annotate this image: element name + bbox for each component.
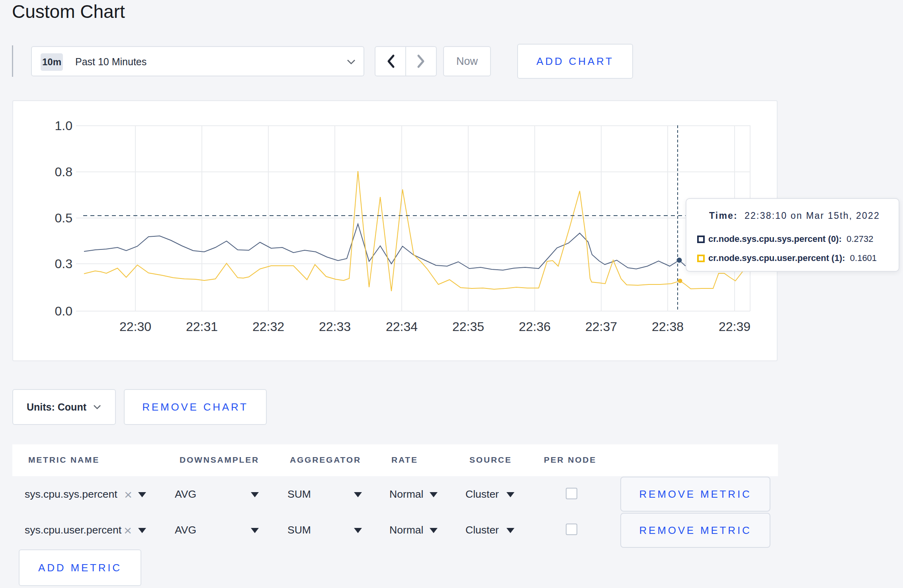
svg-text:0.8: 0.8	[55, 165, 72, 179]
svg-text:0.0: 0.0	[55, 304, 72, 318]
svg-text:22:36: 22:36	[519, 319, 551, 334]
svg-text:22:32: 22:32	[252, 319, 284, 334]
svg-text:22:33: 22:33	[319, 319, 351, 334]
svg-text:1.0: 1.0	[55, 119, 72, 133]
svg-text:0.5: 0.5	[55, 211, 72, 225]
svg-text:0.3: 0.3	[55, 257, 72, 271]
svg-text:22:30: 22:30	[119, 319, 151, 334]
svg-text:22:35: 22:35	[452, 319, 484, 334]
svg-text:22:37: 22:37	[585, 319, 617, 334]
svg-text:22:31: 22:31	[186, 319, 218, 334]
svg-text:22:38: 22:38	[652, 319, 684, 334]
svg-text:22:39: 22:39	[719, 319, 751, 334]
svg-text:22:34: 22:34	[386, 319, 418, 334]
